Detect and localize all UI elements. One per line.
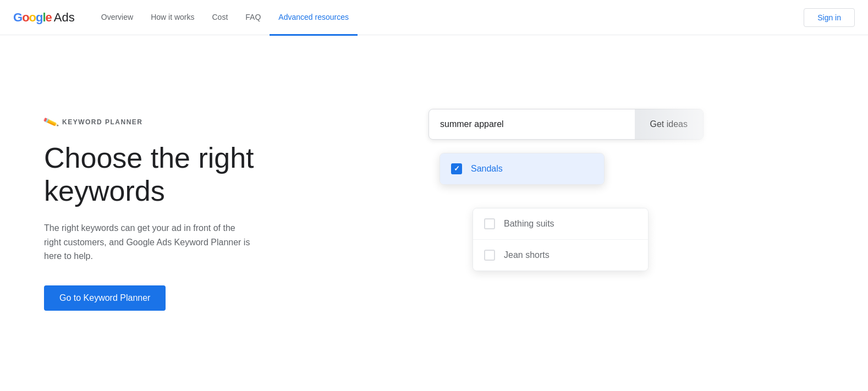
left-panel: ✏️ KEYWORD PLANNER Choose the right keyw…	[44, 115, 308, 310]
pencil-icon: ✏️	[42, 114, 60, 131]
checkbox-jean-shorts[interactable]	[484, 250, 495, 261]
search-card: summer apparel Get ideas	[428, 109, 704, 140]
checkbox-bathing-suits[interactable]	[484, 218, 495, 229]
kp-ui-illustration: summer apparel Get ideas ✓ Sandals Bathi…	[428, 98, 704, 329]
sign-in-button[interactable]: Sign in	[804, 8, 855, 27]
page-description: The right keywords can get your ad in fr…	[44, 221, 253, 263]
main-content: ✏️ KEYWORD PLANNER Choose the right keyw…	[0, 35, 868, 391]
nav-cost[interactable]: Cost	[204, 1, 237, 36]
section-label: KEYWORD PLANNER	[62, 118, 143, 126]
search-input[interactable]: summer apparel	[429, 109, 635, 139]
result-item-bathing-suits[interactable]: Bathing suits	[473, 208, 648, 239]
nav-how-it-works[interactable]: How it works	[142, 1, 203, 36]
result-label-sandals: Sandals	[471, 164, 503, 174]
result-label-bathing-suits: Bathing suits	[504, 219, 554, 229]
ads-logo-text: Ads	[54, 10, 75, 25]
result-item-sandals[interactable]: ✓ Sandals	[440, 153, 604, 184]
result-label-jean-shorts: Jean shorts	[504, 250, 550, 260]
google-logo: Google	[13, 10, 52, 25]
checkbox-sandals[interactable]: ✓	[451, 163, 462, 174]
result-item-jean-shorts[interactable]: Jean shorts	[473, 239, 648, 271]
check-icon: ✓	[454, 165, 460, 172]
get-ideas-button[interactable]: Get ideas	[635, 109, 703, 139]
nav-links: Overview How it works Cost FAQ Advanced …	[92, 0, 804, 35]
cta-button[interactable]: Go to Keyword Planner	[44, 285, 166, 311]
section-label-wrapper: ✏️ KEYWORD PLANNER	[44, 115, 308, 129]
main-nav: Google Ads Overview How it works Cost FA…	[0, 0, 868, 35]
fade-bottom	[428, 279, 704, 345]
nav-advanced-resources[interactable]: Advanced resources	[270, 1, 358, 36]
right-panel: summer apparel Get ideas ✓ Sandals Bathi…	[308, 76, 824, 351]
page-headline: Choose the right keywords	[44, 142, 308, 208]
results-card-secondary: Bathing suits Jean shorts	[473, 208, 649, 271]
results-card-primary: ✓ Sandals	[440, 153, 605, 185]
nav-overview[interactable]: Overview	[92, 1, 142, 36]
nav-faq[interactable]: FAQ	[237, 1, 270, 36]
logo[interactable]: Google Ads	[13, 10, 75, 25]
